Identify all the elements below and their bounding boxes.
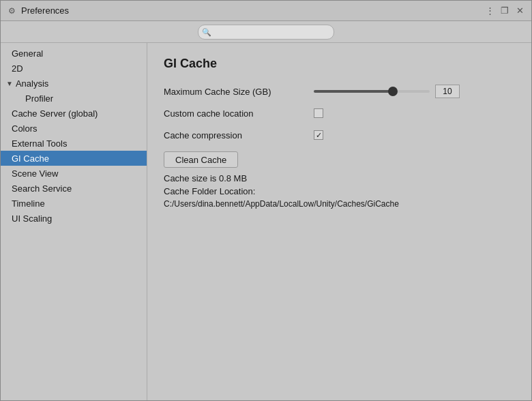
cache-folder-path: C:/Users/dina.bennett/AppData/LocalLow/U… xyxy=(164,199,515,209)
collapse-arrow: ▼ xyxy=(6,80,13,87)
content-area: General2D▼AnalysisProfilerCache Server (… xyxy=(1,43,531,400)
cache-folder-label: Cache Folder Location: xyxy=(164,186,515,196)
title-bar-controls: ⋮ ❐ ✕ xyxy=(484,5,526,17)
sidebar: General2D▼AnalysisProfilerCache Server (… xyxy=(1,43,147,400)
window-title: Preferences xyxy=(21,5,69,16)
sidebar-item-colors[interactable]: Colors xyxy=(1,121,147,136)
cache-compression-row: Cache compression xyxy=(164,127,515,143)
search-wrapper: 🔍 xyxy=(198,25,334,40)
sidebar-item-label: 2D xyxy=(12,63,23,74)
sidebar-item-label: Timeline xyxy=(12,198,45,209)
max-cache-value: 10 xyxy=(435,85,460,98)
sidebar-item-label: External Tools xyxy=(12,138,67,149)
clean-cache-button[interactable]: Clean Cache xyxy=(164,151,238,168)
sidebar-item-label: Profiler xyxy=(25,93,53,104)
max-cache-slider[interactable] xyxy=(314,90,430,93)
slider-wrapper: 10 xyxy=(314,85,460,98)
sidebar-item-ui-scaling[interactable]: UI Scaling xyxy=(1,211,147,226)
main-panel: GI Cache Maximum Cache Size (GB) 10 Cust… xyxy=(147,43,531,400)
cache-size-text: Cache size is 0.8 MB xyxy=(164,173,515,183)
sidebar-item-cache-server[interactable]: Cache Server (global) xyxy=(1,106,147,121)
sidebar-item-label: GI Cache xyxy=(12,153,49,164)
close-button[interactable]: ✕ xyxy=(514,5,526,17)
sidebar-item-label: Scene View xyxy=(12,168,58,179)
preferences-window: ⚙ Preferences ⋮ ❐ ✕ 🔍 General2D▼Analysis… xyxy=(0,0,532,401)
sidebar-item-analysis[interactable]: ▼Analysis xyxy=(1,76,147,91)
search-bar: 🔍 xyxy=(1,21,531,43)
restore-button[interactable]: ❐ xyxy=(499,5,511,17)
custom-cache-checkbox[interactable] xyxy=(314,108,323,118)
sidebar-item-label: General xyxy=(12,48,43,59)
menu-button[interactable]: ⋮ xyxy=(484,5,496,17)
max-cache-label: Maximum Cache Size (GB) xyxy=(164,87,314,97)
custom-cache-label: Custom cache location xyxy=(164,108,314,119)
panel-title: GI Cache xyxy=(164,57,515,71)
max-cache-row: Maximum Cache Size (GB) 10 xyxy=(164,83,515,100)
search-input[interactable] xyxy=(198,25,334,40)
sidebar-item-2d[interactable]: 2D xyxy=(1,61,147,76)
sidebar-item-label: Colors xyxy=(12,123,38,134)
sidebar-item-label: Search Service xyxy=(12,183,72,194)
sidebar-item-label: Analysis xyxy=(16,78,48,89)
search-icon: 🔍 xyxy=(202,27,211,36)
custom-cache-row: Custom cache location xyxy=(164,105,515,121)
sidebar-item-external-tools[interactable]: External Tools xyxy=(1,136,147,151)
sidebar-item-scene-view[interactable]: Scene View xyxy=(1,166,147,181)
sidebar-item-gi-cache[interactable]: GI Cache xyxy=(1,151,147,166)
cache-compression-checkbox[interactable] xyxy=(314,130,323,140)
preferences-icon: ⚙ xyxy=(6,5,17,16)
sidebar-item-label: Cache Server (global) xyxy=(12,108,98,119)
sidebar-item-label: UI Scaling xyxy=(12,213,52,224)
title-bar: ⚙ Preferences ⋮ ❐ ✕ xyxy=(1,1,531,21)
sidebar-item-search-service[interactable]: Search Service xyxy=(1,181,147,196)
sidebar-item-timeline[interactable]: Timeline xyxy=(1,196,147,211)
cache-compression-label: Cache compression xyxy=(164,130,314,140)
sidebar-item-general[interactable]: General xyxy=(1,46,147,61)
sidebar-item-profiler[interactable]: Profiler xyxy=(1,91,147,106)
